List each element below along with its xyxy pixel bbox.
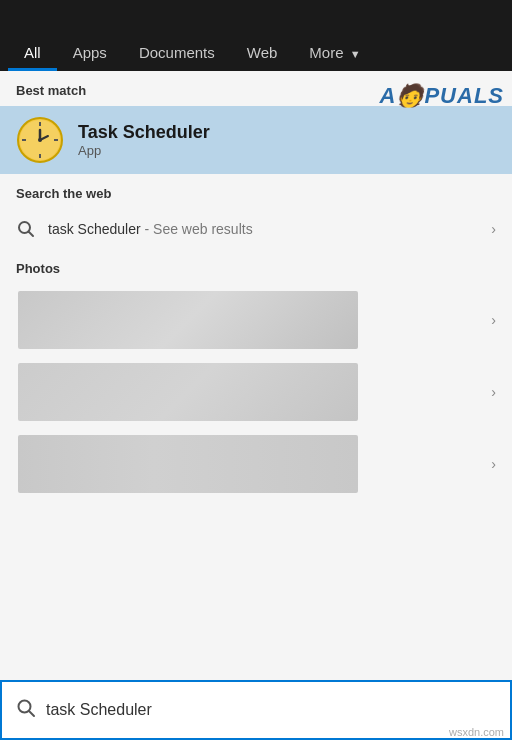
main-content: Best match Task Scheduler App xyxy=(0,71,512,680)
photo-item-3[interactable]: › xyxy=(0,428,512,500)
web-search-item[interactable]: task Scheduler - See web results › xyxy=(0,209,512,249)
photos-section-label: Photos xyxy=(0,249,512,284)
tab-apps-label: Apps xyxy=(73,44,107,61)
photo-chevron-icon-2: › xyxy=(491,384,496,400)
svg-line-12 xyxy=(29,711,34,716)
app-type: App xyxy=(78,143,210,158)
web-section: Search the web task Scheduler - See web … xyxy=(0,174,512,249)
photo-thumbnail-1 xyxy=(18,291,358,349)
nav-bar: All Apps Documents Web More ▼ xyxy=(0,0,512,71)
web-search-query: task Scheduler - See web results xyxy=(48,221,483,237)
best-match-section-label: Best match xyxy=(0,71,512,106)
chevron-down-icon: ▼ xyxy=(350,48,361,60)
tab-web[interactable]: Web xyxy=(231,34,294,71)
chevron-right-icon: › xyxy=(491,221,496,237)
tab-all[interactable]: All xyxy=(8,34,57,71)
search-input[interactable] xyxy=(46,701,496,719)
search-bar xyxy=(0,680,512,740)
photo-item-1[interactable]: › xyxy=(0,284,512,356)
photo-item-2[interactable]: › xyxy=(0,356,512,428)
app-icon-task-scheduler xyxy=(16,116,64,164)
web-search-suffix: - See web results xyxy=(145,221,253,237)
app-info: Task Scheduler App xyxy=(78,122,210,158)
app-name: Task Scheduler xyxy=(78,122,210,143)
svg-line-10 xyxy=(29,232,34,237)
best-match-item[interactable]: Task Scheduler App xyxy=(0,106,512,174)
photo-thumbnail-3 xyxy=(18,435,358,493)
photos-section: Photos › › › xyxy=(0,249,512,500)
photo-chevron-icon-3: › xyxy=(491,456,496,472)
tab-web-label: Web xyxy=(247,44,278,61)
search-bar-icon xyxy=(16,698,36,723)
photo-thumbnail-2 xyxy=(18,363,358,421)
svg-point-8 xyxy=(38,138,42,142)
photo-chevron-icon-1: › xyxy=(491,312,496,328)
search-icon xyxy=(16,219,36,239)
tab-all-label: All xyxy=(24,44,41,61)
search-web-section-label: Search the web xyxy=(0,174,512,209)
tab-documents-label: Documents xyxy=(139,44,215,61)
tab-more[interactable]: More ▼ xyxy=(293,34,376,71)
tab-apps[interactable]: Apps xyxy=(57,34,123,71)
web-query-text: task Scheduler xyxy=(48,221,141,237)
tab-documents[interactable]: Documents xyxy=(123,34,231,71)
tab-more-label: More xyxy=(309,44,343,61)
